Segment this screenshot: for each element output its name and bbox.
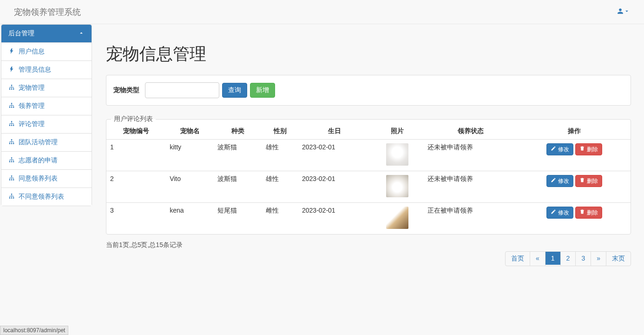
flash-icon (8, 66, 15, 74)
svg-rect-12 (11, 139, 12, 140)
svg-rect-25 (9, 197, 10, 198)
page-number-link[interactable]: 2 (561, 252, 576, 265)
page-next: » (591, 251, 606, 266)
sidebar-link[interactable]: 管理员信息 (8, 66, 85, 74)
cell-name: kena (166, 203, 214, 234)
sidebar-item-label: 宠物管理 (19, 84, 45, 92)
page-first-link[interactable]: 首页 (506, 252, 530, 266)
search-label: 宠物类型 (113, 86, 139, 94)
svg-rect-18 (11, 161, 12, 162)
cell-breed: 波斯猫 (214, 140, 262, 171)
sidebar-link[interactable]: 不同意领养列表 (8, 193, 85, 201)
cell-gender: 雌性 (262, 203, 298, 234)
svg-rect-14 (11, 143, 12, 144)
edit-button[interactable]: 修改 (546, 175, 573, 187)
page-last-link[interactable]: 末页 (606, 252, 631, 266)
svg-rect-19 (13, 161, 14, 162)
sidebar-item-label: 用户信息 (19, 47, 45, 56)
svg-rect-16 (11, 157, 12, 158)
table-header-cell: 宠物名 (166, 123, 214, 140)
cell-birthday: 2023-02-01 (298, 140, 371, 171)
cell-id: 2 (106, 171, 166, 203)
sidebar-item[interactable]: 团队活动管理 (1, 133, 92, 151)
delete-button[interactable]: 删除 (575, 207, 602, 219)
user-menu[interactable] (617, 8, 637, 16)
svg-rect-17 (9, 161, 10, 162)
sidebar-link[interactable]: 志愿者的申请 (8, 156, 85, 165)
sidebar-item[interactable]: 宠物管理 (1, 79, 92, 97)
sidebar-item-label: 管理员信息 (19, 66, 51, 74)
cell-actions: 修改删除 (518, 140, 631, 171)
edit-label: 修改 (558, 145, 569, 154)
caret-down-icon (624, 8, 630, 16)
sidebar-link[interactable]: 宠物管理 (8, 84, 85, 92)
cell-name: Vito (166, 171, 214, 203)
svg-rect-4 (11, 103, 12, 104)
cell-birthday: 2023-02-01 (298, 203, 371, 234)
table-header-cell: 性别 (262, 123, 298, 140)
sidebar-heading[interactable]: 后台管理 (1, 25, 92, 42)
svg-rect-3 (13, 88, 14, 89)
sidebar-link[interactable]: 团队活动管理 (8, 138, 85, 147)
sidebar-link[interactable]: 领养管理 (8, 102, 85, 110)
page-prev-link[interactable]: « (530, 252, 545, 265)
sidebar-item[interactable]: 领养管理 (1, 97, 92, 115)
cell-photo (371, 140, 424, 171)
top-navbar: 宠物领养管理系统 (0, 0, 644, 24)
pencil-icon (551, 208, 556, 217)
sidebar-item-label: 同意领养列表 (19, 174, 58, 183)
sidebar-item[interactable]: 志愿者的申请 (1, 151, 92, 169)
pencil-icon (551, 145, 556, 154)
cell-status: 正在被申请领养 (424, 203, 518, 234)
sidebar-link[interactable]: 用户信息 (8, 47, 85, 56)
sidebar-item[interactable]: 不同意领养列表 (1, 188, 92, 206)
pet-type-input[interactable] (145, 82, 219, 98)
page-number-link[interactable]: 3 (576, 252, 591, 265)
svg-rect-7 (13, 107, 14, 107)
page-next-link[interactable]: » (591, 252, 606, 265)
sidebar-item-label: 不同意领养列表 (19, 193, 64, 201)
sidebar-item-label: 团队活动管理 (19, 138, 58, 147)
edit-label: 修改 (558, 177, 569, 185)
delete-button[interactable]: 删除 (575, 175, 602, 187)
pets-table: 宠物编号宠物名种类性别生日照片领养状态操作 1kitty波斯猫雄性2023-02… (106, 123, 631, 234)
trash-icon (579, 145, 585, 154)
sidebar-item-label: 领养管理 (19, 102, 45, 110)
sidebar-link[interactable]: 同意领养列表 (8, 174, 85, 183)
svg-rect-23 (13, 179, 14, 180)
sidebar-link[interactable]: 评论管理 (8, 120, 85, 128)
table-header-row: 宠物编号宠物名种类性别生日照片领养状态操作 (106, 123, 631, 140)
sidebar-item[interactable]: 管理员信息 (1, 60, 92, 79)
pagination: 首页«123»末页 (506, 251, 631, 266)
delete-button[interactable]: 删除 (575, 143, 602, 155)
table-row: 1kitty波斯猫雄性2023-02-01还未被申请领养修改删除 (106, 140, 631, 171)
sidebar-item[interactable]: 用户信息 (1, 42, 92, 60)
sidebar-item-label: 评论管理 (19, 120, 45, 128)
query-button[interactable]: 查询 (222, 83, 247, 98)
cell-name: kitty (166, 140, 214, 171)
delete-label: 删除 (587, 145, 598, 154)
page-prev: « (530, 251, 545, 266)
pencil-icon (551, 177, 556, 185)
edit-button[interactable]: 修改 (546, 143, 573, 155)
svg-rect-9 (9, 125, 10, 126)
table-header-cell: 生日 (298, 123, 371, 140)
svg-rect-20 (11, 175, 12, 176)
cell-gender: 雄性 (262, 140, 298, 171)
svg-rect-22 (11, 179, 12, 180)
sidebar-item[interactable]: 同意领养列表 (1, 169, 92, 188)
sitemap-icon (8, 102, 15, 110)
svg-rect-15 (13, 143, 14, 144)
add-button[interactable]: 新增 (250, 83, 275, 98)
pet-photo (386, 207, 408, 229)
table-row: 3kena短尾猫雌性2023-02-01正在被申请领养修改删除 (106, 203, 631, 234)
cell-birthday: 2023-02-01 (298, 171, 371, 203)
sidebar-item-label: 志愿者的申请 (19, 156, 58, 165)
page-number-link[interactable]: 1 (545, 252, 560, 265)
trash-icon (579, 208, 585, 217)
pet-photo (386, 175, 408, 197)
sidebar-item[interactable]: 评论管理 (1, 115, 92, 133)
edit-button[interactable]: 修改 (546, 207, 573, 219)
cell-gender: 雄性 (262, 171, 298, 203)
cell-photo (371, 171, 424, 203)
